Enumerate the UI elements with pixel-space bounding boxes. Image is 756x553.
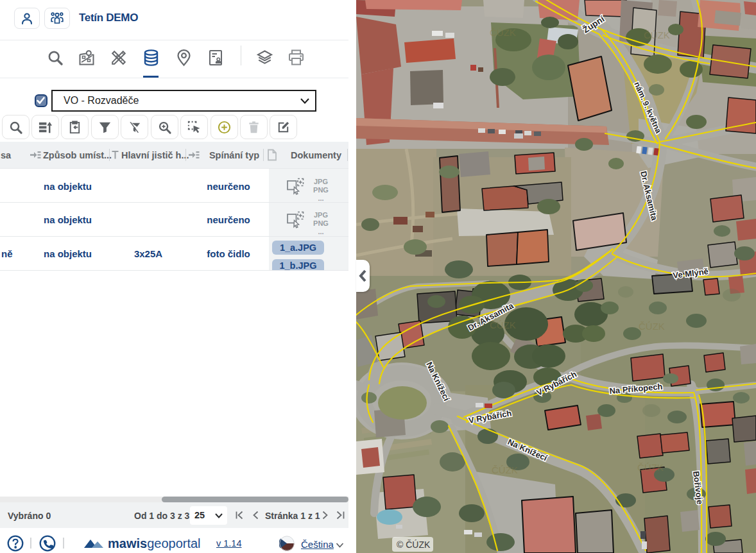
svg-text:ČÚZK: ČÚZK bbox=[492, 464, 518, 475]
svg-text:ČÚZK: ČÚZK bbox=[637, 462, 664, 473]
svg-text:© ČÚZK: © ČÚZK bbox=[397, 540, 431, 550]
svg-text:ČÚZK: ČÚZK bbox=[490, 27, 516, 38]
svg-text:ČÚZK: ČÚZK bbox=[639, 321, 665, 332]
svg-text:ČÚZK: ČÚZK bbox=[644, 30, 670, 40]
svg-text:ČÚZK: ČÚZK bbox=[490, 319, 516, 330]
